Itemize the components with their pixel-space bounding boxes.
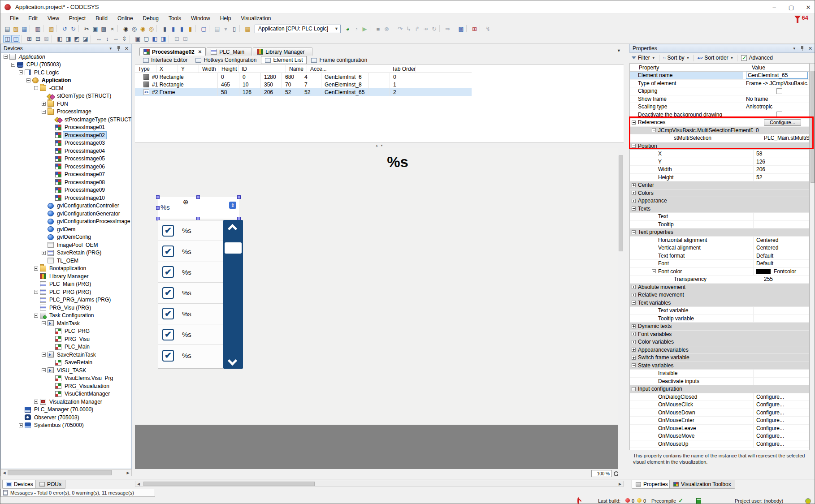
property-row[interactable]: Clipping xyxy=(630,87,809,95)
tree-item[interactable]: Observer (705003) xyxy=(1,414,131,422)
property-row[interactable]: Texts xyxy=(630,205,809,213)
scale-icon[interactable]: ⊡ xyxy=(173,35,181,43)
tree-item[interactable]: Systembus (705000) xyxy=(1,422,131,430)
property-row[interactable]: Tooltip variable xyxy=(630,315,809,323)
expander-icon[interactable] xyxy=(34,314,38,318)
list-item[interactable]: ✔ %s xyxy=(158,262,223,283)
tree-item[interactable]: ImagePool_OEM xyxy=(1,241,131,249)
group-icon[interactable]: ▣ xyxy=(134,35,142,43)
property-value[interactable]: Configure... xyxy=(756,409,784,416)
open-project-icon[interactable]: ▧ xyxy=(12,25,20,33)
scroll-right-icon[interactable]: ▶ xyxy=(125,470,131,476)
property-row[interactable]: Relative movement xyxy=(630,291,809,299)
scroll-thumb[interactable] xyxy=(8,470,112,475)
scroll-left-icon[interactable]: ◀ xyxy=(1,470,8,476)
bookmark-next-icon[interactable]: ▮ xyxy=(169,25,178,33)
property-value[interactable]: Configure... xyxy=(756,433,784,439)
menu-item[interactable]: Project xyxy=(64,14,91,22)
expander-icon[interactable] xyxy=(632,144,636,148)
tree-item[interactable]: VISU_TASK xyxy=(1,366,131,375)
element-table-row[interactable]: <>#2 Frame 58 126 206 52 52 GenElemInst_… xyxy=(135,88,472,96)
jump-icon[interactable]: ⇒ xyxy=(443,25,452,33)
separator[interactable] xyxy=(130,35,133,43)
step-into-icon[interactable]: ↳ xyxy=(404,25,413,33)
checkbox-icon[interactable]: ✔ xyxy=(162,329,174,340)
build-icon[interactable]: ▦ xyxy=(243,25,252,33)
document-tab[interactable]: Library Manager xyxy=(253,47,312,56)
tab-close-icon[interactable]: ✕ xyxy=(198,49,202,54)
property-row[interactable]: stMultiSelection PLC_Main.stMultiSelecti… xyxy=(630,134,809,142)
separator[interactable] xyxy=(209,25,212,32)
checkbox-icon[interactable]: ✔ xyxy=(162,225,174,237)
separator[interactable] xyxy=(43,25,46,32)
devices-hscrollbar[interactable]: ◀ ▶ xyxy=(0,469,132,476)
save-icon[interactable]: ▦ xyxy=(20,25,29,33)
panel-close-icon[interactable]: ✕ xyxy=(125,46,129,52)
property-value[interactable]: Configure... xyxy=(756,394,784,400)
space-vertical-icon[interactable]: ↕ xyxy=(103,35,112,43)
document-tab[interactable]: ProcessImage02 ✕ xyxy=(139,47,206,56)
tree-item[interactable]: SaveRetainTask xyxy=(1,351,131,359)
list-item[interactable]: ✔ %s xyxy=(158,324,223,345)
checkbox-icon[interactable]: ✔ xyxy=(162,308,174,319)
selection-handle[interactable] xyxy=(156,206,160,210)
column-header[interactable]: Height xyxy=(218,65,238,73)
property-row[interactable]: OnMouseDown Configure... xyxy=(630,409,809,417)
tree-item[interactable]: ProcessImage08 xyxy=(1,178,131,186)
tree-item[interactable]: ProcessImage05 xyxy=(1,155,131,163)
expander-icon[interactable] xyxy=(42,368,46,372)
property-row[interactable]: Show frame No frame xyxy=(630,95,809,103)
expander-icon[interactable] xyxy=(34,290,38,294)
expander-icon[interactable] xyxy=(19,70,23,74)
separator[interactable] xyxy=(52,35,55,43)
tree-item[interactable]: gvlConfigurationProcessImage xyxy=(1,218,131,226)
property-value[interactable]: Configure... xyxy=(756,425,784,431)
login-icon[interactable]: ◕ xyxy=(343,25,352,33)
property-column-header[interactable]: Property xyxy=(630,65,743,71)
panel-menu-icon[interactable]: ▼ xyxy=(793,47,796,51)
splitter-right[interactable] xyxy=(624,44,629,479)
tree-item[interactable]: PRG_Visu (PRG) xyxy=(1,304,131,312)
expander-icon[interactable] xyxy=(632,387,636,391)
tree-item[interactable]: gvlConfigurationGenerator xyxy=(1,210,131,218)
monitor-icon[interactable]: ▩ xyxy=(457,25,465,33)
chevron-down-icon[interactable]: ▼ xyxy=(652,56,655,60)
tree-item[interactable]: ProcessImage07 xyxy=(1,171,131,179)
list-item[interactable]: ✔ %s xyxy=(158,220,223,241)
property-value[interactable]: 0 xyxy=(756,127,759,134)
new-project-icon[interactable]: ▤ xyxy=(3,25,12,33)
active-application-combo[interactable]: Application [CPU: PLC Logic] ▼ xyxy=(255,25,341,33)
property-value[interactable]: 255 xyxy=(764,276,773,282)
undo-icon[interactable]: ↺ xyxy=(61,25,69,33)
element-table-row[interactable]: #0 Rectangle 0 0 1280 680 4 GenElemInst_… xyxy=(135,73,472,81)
property-row[interactable]: Type of element Frame -> JCmpVisuBasic.M… xyxy=(630,80,809,88)
property-value[interactable]: Centered xyxy=(756,245,778,251)
tree-item[interactable]: -OEM xyxy=(1,84,131,92)
tree-item[interactable]: CPU (705003) xyxy=(1,61,131,69)
tree-item[interactable]: PLC_Main xyxy=(1,343,131,351)
expander-icon[interactable] xyxy=(632,363,636,367)
tree-item[interactable]: stOemType (STRUCT) xyxy=(1,92,131,100)
value-checkbox[interactable] xyxy=(776,88,782,94)
property-row[interactable]: Position xyxy=(630,142,809,151)
stop-icon[interactable]: ■ xyxy=(374,25,382,33)
grid-icon[interactable]: ⊞ xyxy=(25,35,34,43)
chevron-down-icon[interactable] xyxy=(228,356,237,366)
property-value[interactable]: Frame -> JCmpVisuBasic.Mult... xyxy=(746,80,809,86)
column-header[interactable]: Tab Order xyxy=(389,65,416,73)
property-row[interactable]: References Configure... xyxy=(630,119,809,127)
step-out-icon[interactable]: ↱ xyxy=(413,25,421,33)
property-row[interactable]: Horizontal alignment Centered xyxy=(630,237,809,245)
move-arrows-icon[interactable]: ⇕ xyxy=(229,202,236,209)
tree-item[interactable]: ProcessImage10 xyxy=(1,194,131,202)
chevron-down-icon[interactable]: ▼ xyxy=(730,56,734,60)
editor-sub-tab[interactable]: Hotkeys Configuration xyxy=(192,56,260,64)
column-header[interactable]: Type xyxy=(135,65,156,73)
element-table-row[interactable]: #1 Rectangle 465 10 350 70 7 GenElemInst… xyxy=(135,81,472,88)
column-header[interactable]: Acce... xyxy=(307,65,389,73)
tree-item[interactable]: Task Configuration xyxy=(1,312,131,320)
expander-icon[interactable] xyxy=(652,269,656,273)
property-row[interactable]: OnMouseClick Configure... xyxy=(630,401,809,409)
expander-icon[interactable] xyxy=(632,324,636,328)
expander-icon[interactable] xyxy=(34,267,38,271)
